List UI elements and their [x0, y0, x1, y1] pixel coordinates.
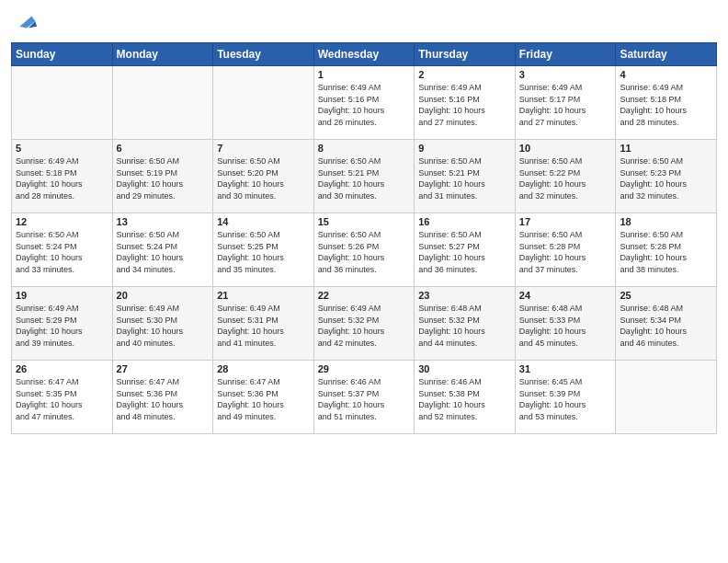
day-info: Sunrise: 6:50 AM Sunset: 5:24 PM Dayligh… — [117, 229, 210, 275]
calendar-cell: 22Sunrise: 6:49 AM Sunset: 5:32 PM Dayli… — [313, 287, 415, 361]
day-info: Sunrise: 6:49 AM Sunset: 5:17 PM Dayligh… — [519, 82, 612, 128]
day-number: 18 — [620, 216, 712, 227]
day-info: Sunrise: 6:49 AM Sunset: 5:29 PM Dayligh… — [16, 303, 108, 349]
calendar-cell: 13Sunrise: 6:50 AM Sunset: 5:24 PM Dayli… — [112, 213, 213, 287]
calendar-cell — [616, 361, 717, 434]
day-info: Sunrise: 6:47 AM Sunset: 5:36 PM Dayligh… — [117, 376, 210, 422]
day-number: 24 — [519, 290, 612, 301]
day-number: 26 — [16, 363, 108, 374]
calendar-cell: 2Sunrise: 6:49 AM Sunset: 5:16 PM Daylig… — [415, 66, 516, 140]
day-info: Sunrise: 6:47 AM Sunset: 5:35 PM Dayligh… — [16, 376, 108, 422]
day-number: 29 — [318, 363, 411, 374]
calendar-cell — [112, 66, 213, 140]
calendar-cell: 9Sunrise: 6:50 AM Sunset: 5:21 PM Daylig… — [415, 140, 516, 213]
day-number: 12 — [16, 216, 108, 227]
day-number: 13 — [117, 216, 210, 227]
day-info: Sunrise: 6:48 AM Sunset: 5:33 PM Dayligh… — [519, 303, 612, 349]
weekday-header-sunday: Sunday — [12, 43, 113, 66]
day-number: 8 — [318, 143, 411, 154]
day-number: 1 — [318, 69, 411, 80]
calendar-cell: 15Sunrise: 6:50 AM Sunset: 5:26 PM Dayli… — [313, 213, 415, 287]
calendar-cell: 3Sunrise: 6:49 AM Sunset: 5:17 PM Daylig… — [515, 66, 616, 140]
weekday-header-row: SundayMondayTuesdayWednesdayThursdayFrid… — [12, 43, 717, 66]
calendar-cell: 26Sunrise: 6:47 AM Sunset: 5:35 PM Dayli… — [12, 361, 113, 434]
day-info: Sunrise: 6:48 AM Sunset: 5:34 PM Dayligh… — [620, 303, 712, 349]
day-info: Sunrise: 6:49 AM Sunset: 5:30 PM Dayligh… — [117, 303, 210, 349]
day-number: 2 — [418, 69, 511, 80]
page-container: SundayMondayTuesdayWednesdayThursdayFrid… — [0, 0, 728, 442]
header — [11, 9, 717, 35]
day-info: Sunrise: 6:49 AM Sunset: 5:18 PM Dayligh… — [620, 82, 712, 128]
calendar-cell: 5Sunrise: 6:49 AM Sunset: 5:18 PM Daylig… — [12, 140, 113, 213]
day-number: 28 — [217, 363, 310, 374]
calendar-cell: 27Sunrise: 6:47 AM Sunset: 5:36 PM Dayli… — [112, 361, 213, 434]
day-info: Sunrise: 6:50 AM Sunset: 5:19 PM Dayligh… — [117, 155, 210, 201]
day-number: 16 — [418, 216, 511, 227]
day-info: Sunrise: 6:49 AM Sunset: 5:18 PM Dayligh… — [16, 155, 108, 201]
day-info: Sunrise: 6:46 AM Sunset: 5:37 PM Dayligh… — [318, 376, 411, 422]
calendar-cell: 31Sunrise: 6:45 AM Sunset: 5:39 PM Dayli… — [515, 361, 616, 434]
day-number: 19 — [16, 290, 108, 301]
calendar-cell: 23Sunrise: 6:48 AM Sunset: 5:32 PM Dayli… — [415, 287, 516, 361]
day-number: 10 — [519, 143, 612, 154]
day-info: Sunrise: 6:50 AM Sunset: 5:27 PM Dayligh… — [418, 229, 511, 275]
calendar-cell — [213, 66, 314, 140]
day-info: Sunrise: 6:46 AM Sunset: 5:38 PM Dayligh… — [418, 376, 511, 422]
calendar-cell: 11Sunrise: 6:50 AM Sunset: 5:23 PM Dayli… — [616, 140, 717, 213]
calendar-cell: 4Sunrise: 6:49 AM Sunset: 5:18 PM Daylig… — [616, 66, 717, 140]
day-info: Sunrise: 6:50 AM Sunset: 5:25 PM Dayligh… — [217, 229, 310, 275]
calendar-cell: 25Sunrise: 6:48 AM Sunset: 5:34 PM Dayli… — [616, 287, 717, 361]
day-info: Sunrise: 6:50 AM Sunset: 5:21 PM Dayligh… — [418, 155, 511, 201]
calendar-cell: 6Sunrise: 6:50 AM Sunset: 5:19 PM Daylig… — [112, 140, 213, 213]
day-number: 3 — [519, 69, 612, 80]
day-number: 20 — [117, 290, 210, 301]
calendar-cell: 7Sunrise: 6:50 AM Sunset: 5:20 PM Daylig… — [213, 140, 314, 213]
day-info: Sunrise: 6:50 AM Sunset: 5:22 PM Dayligh… — [519, 155, 612, 201]
day-number: 5 — [16, 143, 108, 154]
day-number: 25 — [620, 290, 712, 301]
day-number: 7 — [217, 143, 310, 154]
day-info: Sunrise: 6:45 AM Sunset: 5:39 PM Dayligh… — [519, 376, 612, 422]
calendar-cell: 20Sunrise: 6:49 AM Sunset: 5:30 PM Dayli… — [112, 287, 213, 361]
day-number: 11 — [620, 143, 712, 154]
day-info: Sunrise: 6:50 AM Sunset: 5:20 PM Dayligh… — [217, 155, 310, 201]
calendar-cell: 21Sunrise: 6:49 AM Sunset: 5:31 PM Dayli… — [213, 287, 314, 361]
logo-icon — [13, 9, 39, 35]
day-info: Sunrise: 6:50 AM Sunset: 5:21 PM Dayligh… — [318, 155, 411, 201]
calendar-cell — [12, 66, 113, 140]
calendar-cell: 16Sunrise: 6:50 AM Sunset: 5:27 PM Dayli… — [415, 213, 516, 287]
day-number: 4 — [620, 69, 712, 80]
day-info: Sunrise: 6:48 AM Sunset: 5:32 PM Dayligh… — [418, 303, 511, 349]
calendar-week-row: 1Sunrise: 6:49 AM Sunset: 5:16 PM Daylig… — [12, 66, 717, 140]
day-number: 23 — [418, 290, 511, 301]
day-info: Sunrise: 6:50 AM Sunset: 5:26 PM Dayligh… — [318, 229, 411, 275]
calendar-table: SundayMondayTuesdayWednesdayThursdayFrid… — [11, 42, 717, 434]
calendar-week-row: 5Sunrise: 6:49 AM Sunset: 5:18 PM Daylig… — [12, 140, 717, 213]
weekday-header-tuesday: Tuesday — [213, 43, 314, 66]
day-number: 31 — [519, 363, 612, 374]
calendar-week-row: 26Sunrise: 6:47 AM Sunset: 5:35 PM Dayli… — [12, 361, 717, 434]
day-number: 21 — [217, 290, 310, 301]
calendar-cell: 29Sunrise: 6:46 AM Sunset: 5:37 PM Dayli… — [313, 361, 415, 434]
day-number: 6 — [117, 143, 210, 154]
weekday-header-saturday: Saturday — [616, 43, 717, 66]
day-info: Sunrise: 6:50 AM Sunset: 5:28 PM Dayligh… — [519, 229, 612, 275]
day-info: Sunrise: 6:50 AM Sunset: 5:23 PM Dayligh… — [620, 155, 712, 201]
calendar-cell: 19Sunrise: 6:49 AM Sunset: 5:29 PM Dayli… — [12, 287, 113, 361]
day-info: Sunrise: 6:50 AM Sunset: 5:28 PM Dayligh… — [620, 229, 712, 275]
day-number: 9 — [418, 143, 511, 154]
calendar-cell: 17Sunrise: 6:50 AM Sunset: 5:28 PM Dayli… — [515, 213, 616, 287]
calendar-cell: 14Sunrise: 6:50 AM Sunset: 5:25 PM Dayli… — [213, 213, 314, 287]
day-info: Sunrise: 6:49 AM Sunset: 5:16 PM Dayligh… — [418, 82, 511, 128]
calendar-cell: 10Sunrise: 6:50 AM Sunset: 5:22 PM Dayli… — [515, 140, 616, 213]
day-info: Sunrise: 6:49 AM Sunset: 5:16 PM Dayligh… — [318, 82, 411, 128]
weekday-header-monday: Monday — [112, 43, 213, 66]
calendar-week-row: 12Sunrise: 6:50 AM Sunset: 5:24 PM Dayli… — [12, 213, 717, 287]
calendar-cell: 8Sunrise: 6:50 AM Sunset: 5:21 PM Daylig… — [313, 140, 415, 213]
day-number: 14 — [217, 216, 310, 227]
calendar-cell: 1Sunrise: 6:49 AM Sunset: 5:16 PM Daylig… — [313, 66, 415, 140]
weekday-header-friday: Friday — [515, 43, 616, 66]
calendar-cell: 30Sunrise: 6:46 AM Sunset: 5:38 PM Dayli… — [415, 361, 516, 434]
calendar-cell: 12Sunrise: 6:50 AM Sunset: 5:24 PM Dayli… — [12, 213, 113, 287]
day-info: Sunrise: 6:49 AM Sunset: 5:32 PM Dayligh… — [318, 303, 411, 349]
